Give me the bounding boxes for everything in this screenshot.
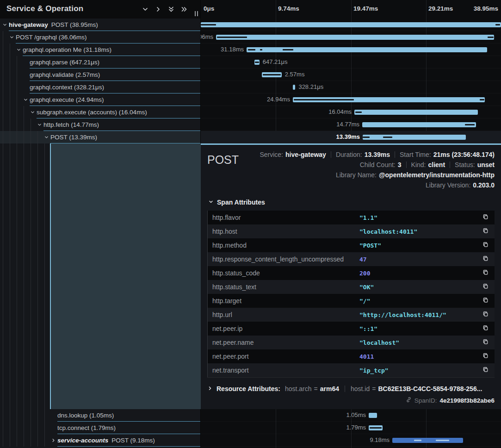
tree-row[interactable]: hive-gatewayPOST (38.95ms) (0, 19, 200, 31)
timeline-row[interactable]: 38.95ms (201, 19, 501, 31)
timeline-row[interactable]: 13.39ms (201, 131, 501, 143)
meta-label: Library Version: (426, 181, 470, 189)
span-id-value: 4e21998f3b82abe6 (439, 397, 495, 404)
copy-value-button[interactable] (482, 255, 490, 263)
attribute-value: 4011 (359, 353, 482, 360)
link-icon[interactable] (406, 397, 412, 404)
chevron-down-icon[interactable] (30, 110, 35, 115)
copy-value-button[interactable] (482, 269, 490, 277)
panel-resize-handle[interactable] (195, 11, 198, 16)
copy-icon (482, 213, 489, 222)
timeline-row[interactable]: 1.05ms (201, 409, 501, 422)
child-span-segment (355, 112, 362, 113)
indent-guide (37, 434, 38, 447)
indent-guide (17, 118, 17, 131)
chevron-down-icon (142, 6, 149, 13)
span-bar[interactable] (216, 35, 494, 40)
tree-row[interactable]: POST /graphql (36.06ms) (0, 31, 200, 44)
child-span-segment (217, 37, 247, 38)
attribute-key: http.response_content_length_uncompresse… (212, 255, 359, 263)
span-attributes-header[interactable]: Span Attributes (208, 199, 495, 206)
copy-value-button[interactable] (482, 227, 490, 236)
span-detail-panel: POST Service:hive-gatewayDuration:13.39m… (201, 143, 501, 409)
indent-guide (3, 31, 3, 44)
span-bar[interactable] (369, 413, 377, 418)
tree-row[interactable]: tcp.connect (1.79ms) (0, 422, 200, 434)
tree-row[interactable]: graphql.execute (24.94ms) (0, 93, 200, 106)
indent-guide (17, 106, 17, 118)
copy-value-button[interactable] (482, 297, 490, 305)
indent-guide (37, 143, 38, 409)
tree-row[interactable]: graphql.operation Me (31.18ms) (0, 44, 200, 56)
tree-row[interactable]: subgraph.execute (accounts) (16.04ms) (0, 106, 200, 118)
span-bar[interactable] (201, 22, 501, 27)
equals-sign: = (372, 385, 376, 392)
copy-icon (482, 366, 489, 374)
tree-row[interactable]: dns.lookup (1.05ms) (0, 409, 200, 422)
copy-value-button[interactable] (482, 366, 490, 374)
tree-row[interactable]: POST (13.39ms) (0, 131, 200, 143)
meta-value: hive-gateway (285, 151, 326, 158)
indent-guide (37, 409, 38, 422)
tree-row[interactable]: graphql.validate (2.57ms) (0, 68, 200, 81)
resource-attributes-row[interactable]: Resource Attributes: host.arch=arm64host… (207, 385, 495, 392)
copy-value-button[interactable] (482, 241, 490, 249)
span-bar[interactable] (293, 85, 295, 90)
resource-value: arm64 (320, 385, 339, 392)
timeline-row[interactable]: 2.57ms (201, 68, 501, 81)
timeline-row[interactable]: 14.77ms (201, 118, 501, 131)
timeline-row[interactable]: 1.79ms (201, 422, 501, 434)
timeline-row[interactable]: 328.21μs (201, 81, 501, 93)
expand-all-button[interactable] (180, 6, 188, 13)
timeline-row[interactable]: 31.18ms (201, 44, 501, 56)
copy-value-button[interactable] (482, 338, 490, 347)
attribute-row: net.transport"ip_tcp" (208, 363, 495, 377)
child-span-segment (294, 99, 354, 100)
chevron-down-icon[interactable] (2, 22, 7, 27)
span-bar[interactable] (392, 438, 463, 443)
copy-value-button[interactable] (482, 311, 490, 319)
attribute-key: net.peer.name (212, 339, 359, 346)
span-bar[interactable] (362, 122, 476, 127)
chevron-down-icon[interactable] (9, 35, 14, 40)
span-bar[interactable] (354, 110, 478, 115)
chevron-down-icon[interactable] (44, 135, 49, 140)
child-span-segment (248, 49, 255, 50)
copy-icon (482, 324, 489, 333)
meta-label: Service: (260, 151, 283, 158)
expand-one-button[interactable] (155, 6, 162, 13)
meta-value: 3 (398, 161, 402, 168)
tree-row[interactable]: graphql.parse (647.21μs) (0, 56, 200, 68)
indent-guide (17, 56, 17, 68)
timeline-row[interactable]: 16.04ms (201, 106, 501, 118)
indent-guide (10, 409, 10, 422)
chevron-right-icon[interactable] (51, 438, 56, 443)
span-bar[interactable] (363, 135, 466, 140)
resource-attributes-heading: Resource Attributes: (216, 385, 280, 392)
copy-value-button[interactable] (482, 352, 490, 361)
attribute-value: "localhost" (359, 339, 482, 346)
timeline-row[interactable]: 36.06ms (201, 31, 501, 44)
copy-value-button[interactable] (482, 213, 490, 222)
timeline-row[interactable]: 24.94ms (201, 93, 501, 106)
span-attributes-table: http.flavor"1.1"http.host"localhost:4011… (207, 211, 495, 378)
tree-row[interactable]: http.fetch (14.77ms) (0, 118, 200, 131)
chevron-down-icon[interactable] (16, 47, 21, 52)
copy-icon (482, 241, 489, 249)
tree-row[interactable]: graphql.context (328.21μs) (0, 81, 200, 93)
copy-value-button[interactable] (482, 283, 490, 291)
timeline-row[interactable]: 9.18ms (201, 434, 501, 447)
chevron-down-icon[interactable] (23, 97, 28, 102)
operation-label: dns.lookup (1.05ms) (57, 412, 114, 419)
collapse-all-button[interactable] (167, 6, 175, 13)
chevron-down-icon[interactable] (37, 122, 42, 127)
detail-meta-line: Library Name:@opentelemetry/instrumentat… (336, 170, 495, 180)
tree-row[interactable]: service-accountsPOST (9.18ms) (0, 434, 200, 447)
timeline-row[interactable]: 647.21μs (201, 56, 501, 68)
operation-label: POST (13.39ms) (50, 134, 97, 141)
child-span-segment (370, 427, 382, 429)
child-span-segment (465, 124, 475, 125)
collapse-one-button[interactable] (142, 6, 149, 13)
meta-label: Kind: (411, 161, 426, 168)
copy-value-button[interactable] (482, 324, 490, 333)
